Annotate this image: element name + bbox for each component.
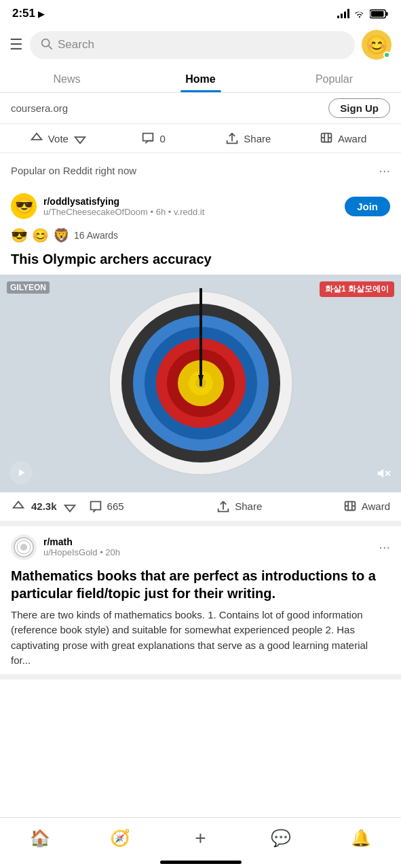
share-label: Share — [244, 133, 271, 144]
vote-label: Vote — [48, 133, 69, 144]
post-1-upvote-button[interactable] — [11, 499, 26, 514]
post-1-author: u/TheCheesecakeOfDoom — [43, 207, 148, 217]
archery-target-image — [0, 275, 401, 492]
post-2-more-button[interactable]: ··· — [379, 539, 390, 555]
comment-action[interactable]: 0 — [106, 131, 201, 146]
award-icon — [319, 131, 334, 146]
post-1-award-action[interactable]: Award — [290, 499, 390, 514]
status-bar: 2:51 ▶ — [0, 0, 401, 24]
top-action-bar: Vote 0 Share Award — [0, 124, 401, 153]
section-header: Popular on Reddit right now ··· — [0, 153, 401, 185]
share-action[interactable]: Share — [201, 131, 296, 146]
post-2-author-time: u/HopeIsGold • 20h — [43, 547, 372, 557]
search-placeholder: Search — [58, 38, 94, 52]
hamburger-button[interactable]: ☰ — [9, 37, 23, 52]
explore-icon: 🧭 — [110, 829, 130, 848]
award-action[interactable]: Award — [295, 131, 390, 146]
video-mute-button[interactable] — [377, 466, 392, 484]
promo-banner: coursera.org Sign Up — [0, 93, 401, 124]
award-icon — [343, 499, 358, 514]
post-1-subreddit-avatar: 😎 — [11, 193, 37, 219]
post-1-separator2: • — [168, 207, 174, 217]
post-1-comment-count: 665 — [107, 500, 124, 512]
post-1-award-label: Award — [362, 500, 390, 512]
post-1-title: This Olympic archers accuracy — [0, 248, 401, 275]
search-bar[interactable]: Search — [30, 31, 355, 59]
award-emoji-2: 😊 — [32, 227, 49, 243]
awards-count: 16 Awards — [74, 230, 118, 241]
home-icon: 🏠 — [30, 829, 50, 848]
tab-home[interactable]: Home — [134, 65, 267, 92]
status-time: 2:51 — [12, 7, 35, 20]
avatar-online-dot — [383, 52, 390, 58]
post-1-join-button[interactable]: Join — [345, 197, 390, 216]
post-2-header: r/math u/HopeIsGold • 20h ··· — [0, 526, 401, 563]
award-label: Award — [338, 133, 366, 144]
post-1-footer: 42.3k 665 Share Award — [0, 492, 401, 521]
post-1-header: 😎 r/oddlysatisfying u/TheCheesecakeOfDoo… — [0, 185, 401, 224]
post-card-1: 😎 r/oddlysatisfying u/TheCheesecakeOfDoo… — [0, 185, 401, 526]
search-row: ☰ Search 😊 — [0, 24, 401, 65]
svg-marker-21 — [19, 469, 24, 476]
bottom-nav-add[interactable]: + — [160, 825, 240, 852]
signal-bars — [337, 9, 349, 18]
post-2-meta: r/math u/HopeIsGold • 20h — [43, 536, 372, 557]
post-1-video[interactable]: GILYEON 화살1 화살모에이 — [0, 275, 401, 492]
post-1-downvote-button[interactable] — [62, 499, 77, 514]
post-1-vote-group: 42.3k — [11, 499, 77, 514]
post-1-time: 6h — [156, 207, 166, 217]
post-1-separator: • — [151, 207, 156, 217]
bottom-nav-chat[interactable]: 💬 — [241, 826, 321, 850]
post-1-vote-count: 42.3k — [31, 500, 57, 512]
svg-rect-1 — [371, 11, 384, 16]
post-2-author: u/HopeIsGold — [43, 547, 98, 557]
award-emoji-1: 😎 — [11, 227, 28, 243]
status-icons — [337, 9, 389, 19]
add-icon: + — [195, 827, 206, 849]
comment-icon — [88, 499, 103, 514]
tab-popular[interactable]: Popular — [267, 65, 401, 92]
post-1-awards-row: 😎 😊 🦁 16 Awards — [0, 224, 401, 248]
share-icon — [225, 131, 240, 146]
bottom-nav-bell[interactable]: 🔔 — [321, 826, 401, 850]
vote-action[interactable]: Vote — [11, 131, 106, 146]
upvote-icon — [29, 131, 44, 146]
post-2-body: There are two kinds of mathematics books… — [0, 608, 401, 669]
tab-news[interactable]: News — [0, 65, 134, 92]
chat-icon: 💬 — [271, 829, 291, 848]
post-2-subreddit[interactable]: r/math — [43, 536, 372, 547]
post-1-share-action[interactable]: Share — [189, 499, 289, 514]
search-icon — [41, 38, 52, 52]
downvote-icon — [73, 131, 88, 146]
section-more-button[interactable]: ··· — [379, 163, 390, 178]
video-label-gilyeon: GILYEON — [7, 281, 50, 294]
video-play-button[interactable] — [9, 461, 33, 484]
svg-line-4 — [48, 45, 52, 49]
post-1-subreddit[interactable]: r/oddlysatisfying — [43, 196, 338, 207]
comment-icon — [140, 131, 155, 146]
post-1-comment-action[interactable]: 665 — [88, 499, 189, 514]
post-1-meta: r/oddlysatisfying u/TheCheesecakeOfDoom … — [43, 196, 338, 217]
share-icon — [216, 499, 231, 514]
home-indicator — [160, 861, 242, 864]
post-card-2: r/math u/HopeIsGold • 20h ··· Mathematic… — [0, 526, 401, 679]
post-1-author-time: u/TheCheesecakeOfDoom • 6h • v.redd.it — [43, 207, 338, 217]
bottom-nav-explore[interactable]: 🧭 — [80, 826, 160, 850]
post-2-subreddit-avatar — [11, 534, 37, 560]
post-2-title: Mathematics books that are perfect as in… — [0, 563, 401, 608]
video-label-korean: 화살1 화살모에이 — [320, 281, 394, 297]
battery-icon — [370, 9, 389, 19]
bottom-nav-home[interactable]: 🏠 — [0, 826, 80, 850]
post-1-source: v.redd.it — [174, 207, 204, 217]
svg-rect-2 — [386, 12, 388, 16]
signup-button[interactable]: Sign Up — [328, 98, 390, 118]
avatar[interactable]: 😊 — [362, 30, 392, 60]
post-1-share-label: Share — [235, 500, 262, 512]
bell-icon: 🔔 — [351, 829, 371, 848]
svg-point-31 — [20, 544, 27, 551]
promo-text: coursera.org — [11, 102, 68, 114]
wifi-icon — [354, 9, 366, 18]
post-2-time: 20h — [105, 547, 120, 557]
nav-tabs: News Home Popular — [0, 65, 401, 93]
section-title: Popular on Reddit right now — [11, 165, 136, 176]
